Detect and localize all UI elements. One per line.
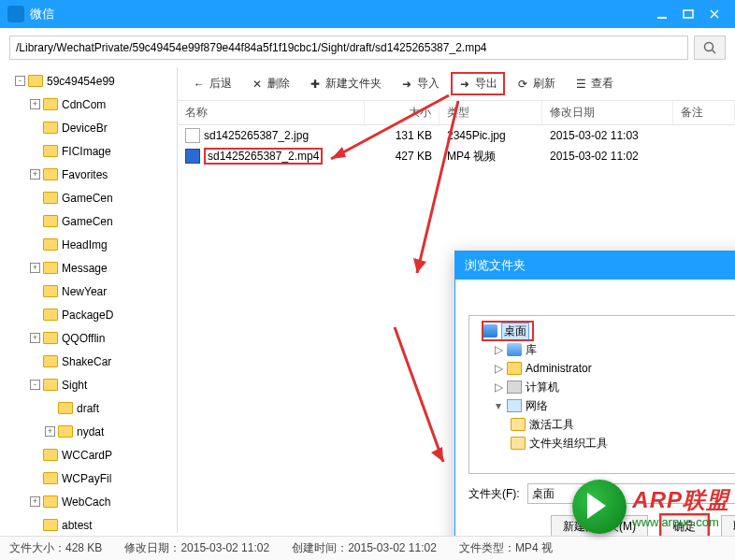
file-row[interactable]: sd1425265387_2.mp4427 KBMP4 视频2015-03-02… (178, 146, 735, 166)
tree-node[interactable]: +WebCach (0, 492, 177, 511)
maximize-button[interactable] (675, 5, 701, 23)
import-button[interactable]: ➜导入 (393, 72, 447, 95)
folder-icon (43, 168, 58, 180)
tree-node[interactable]: HeadImg (0, 235, 177, 254)
folder-icon (43, 122, 58, 134)
expand-icon[interactable]: + (30, 263, 40, 273)
expand-icon[interactable]: - (30, 380, 40, 390)
path-input[interactable] (9, 36, 688, 60)
tree-label: WCCardP (62, 449, 112, 462)
tree-node[interactable]: GameCen (0, 211, 177, 231)
expand-icon[interactable]: + (30, 496, 40, 507)
expand-icon[interactable]: + (30, 99, 40, 109)
folder-icon (43, 192, 58, 204)
tree-node[interactable]: +CdnCom (0, 94, 177, 114)
expand-icon (30, 122, 40, 133)
expand-icon[interactable]: ▷ (494, 362, 503, 375)
expand-icon[interactable]: ▾ (494, 399, 503, 412)
back-button[interactable]: ←后退 (185, 72, 239, 95)
expand-icon (30, 520, 40, 530)
computer-icon (507, 381, 522, 394)
tree-label: GameCen (62, 215, 113, 228)
col-type[interactable]: 类型 (440, 101, 542, 124)
file-row[interactable]: sd1425265387_2.jpg131 KB2345Pic.jpg2015-… (178, 125, 735, 146)
import-icon: ➜ (400, 78, 413, 91)
node-tool[interactable]: 激活工具 (473, 415, 735, 434)
status-ftype: 文件类型：MP4 视 (459, 540, 553, 556)
node-admin[interactable]: ▷Administrator (473, 359, 735, 378)
tree-node[interactable]: -Sight (0, 375, 177, 395)
folder-icon (43, 519, 58, 531)
statusbar: 文件大小：428 KB 修改日期：2015-03-02 11:02 创建时间：2… (0, 536, 735, 560)
watermark: ARP联盟 www.arpun.com (572, 480, 729, 534)
col-note[interactable]: 备注 (673, 101, 735, 124)
expand-icon[interactable]: - (15, 76, 25, 86)
tree-node[interactable]: +Favorites (0, 165, 177, 184)
jpg-file-icon (185, 128, 200, 143)
svg-point-4 (705, 43, 713, 51)
node-library[interactable]: ▷库 (473, 340, 735, 359)
tree-node[interactable]: GameCen (0, 188, 177, 208)
refresh-button[interactable]: ⟳刷新 (509, 72, 563, 95)
export-button[interactable]: ➜导出 (451, 72, 505, 95)
view-button[interactable]: ☰查看 (567, 72, 621, 95)
tree-node[interactable]: WCCardP (0, 445, 177, 465)
dialog-titlebar[interactable]: 浏览文件夹 ✕ (455, 251, 735, 280)
minimize-button[interactable] (649, 5, 675, 23)
newfolder-button[interactable]: ✚新建文件夹 (301, 72, 389, 95)
tree-node[interactable]: +Message (0, 258, 177, 278)
expand-icon[interactable]: ▷ (494, 343, 503, 356)
tree-node[interactable]: abtest (0, 515, 177, 533)
svg-marker-11 (431, 447, 443, 462)
tree-node[interactable]: PackageD (0, 305, 177, 324)
tree-node[interactable]: draft (0, 398, 177, 418)
expand-icon[interactable]: + (30, 169, 40, 179)
svg-line-10 (395, 327, 443, 462)
node-misc[interactable]: 文件夹组织工具 (473, 434, 735, 452)
expand-icon[interactable]: + (45, 426, 55, 437)
folder-icon (511, 437, 526, 450)
expand-icon[interactable]: ▷ (494, 381, 503, 394)
close-button[interactable] (701, 5, 728, 23)
watermark-logo-icon (572, 480, 627, 534)
folder-icon (43, 449, 58, 461)
expand-icon (30, 239, 40, 250)
library-icon (507, 343, 522, 356)
tree-node[interactable]: -59c49454e99 (0, 71, 177, 91)
col-size[interactable]: 大小 (365, 101, 440, 124)
node-computer[interactable]: ▷计算机 (473, 378, 735, 396)
expand-icon (30, 286, 40, 296)
toolbar: ←后退 ✕删除 ✚新建文件夹 ➜导入 ➜导出 ⟳刷新 ☰查看 (178, 67, 735, 101)
dialog-tree[interactable]: 桌面 ▷库 ▷Administrator ▷计算机 ▾网络 激活工具 文件夹组织… (468, 315, 735, 474)
col-date[interactable]: 修改日期 (542, 101, 673, 124)
tree-node[interactable]: FICImage (0, 141, 177, 161)
folder-icon (43, 379, 58, 391)
file-size: 131 KB (365, 129, 440, 142)
user-icon (507, 362, 522, 375)
tree-node[interactable]: NewYear (0, 281, 177, 301)
node-desktop[interactable]: 桌面 (483, 322, 533, 340)
tree-node[interactable]: +QQOfflin (0, 328, 177, 348)
tree-label: FICImage (62, 145, 111, 158)
path-row (0, 28, 735, 67)
svg-line-5 (713, 50, 716, 54)
node-network[interactable]: ▾网络 (473, 396, 735, 415)
delete-button[interactable]: ✕删除 (243, 72, 297, 95)
watermark-name: ARP联盟 (632, 485, 729, 515)
expand-icon[interactable]: + (30, 333, 40, 343)
svg-rect-1 (684, 10, 693, 18)
folder-icon (58, 402, 73, 414)
tree-node[interactable]: WCPayFil (0, 468, 177, 488)
search-button[interactable] (694, 36, 726, 60)
expand-icon (45, 403, 55, 413)
svg-marker-9 (413, 258, 426, 273)
col-name[interactable]: 名称 (178, 101, 365, 124)
tree-node[interactable]: DeviceBr (0, 118, 177, 137)
folder-icon (43, 472, 58, 484)
folder-label: 文件夹(F): (468, 486, 520, 502)
tree-node[interactable]: ShakeCar (0, 352, 177, 371)
folder-icon (43, 309, 58, 321)
tree-node[interactable]: +nydat (0, 422, 177, 441)
expand-icon (30, 356, 40, 366)
file-date: 2015-03-02 11:03 (542, 129, 673, 142)
